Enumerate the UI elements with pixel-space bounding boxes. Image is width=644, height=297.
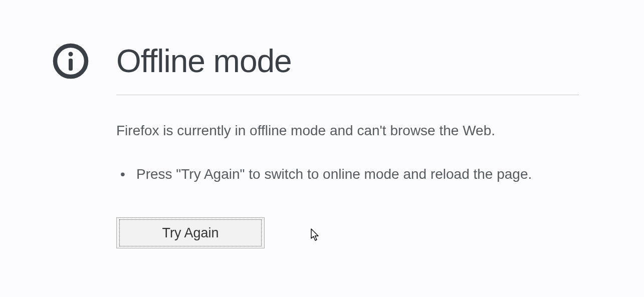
error-instructions: Press "Try Again" to switch to online mo… [116, 166, 579, 182]
error-title: Offline mode [116, 43, 292, 80]
error-page-container: Offline mode Firefox is currently in off… [53, 43, 579, 248]
svg-rect-2 [69, 59, 73, 71]
svg-point-1 [69, 52, 73, 57]
error-message: Firefox is currently in offline mode and… [116, 123, 579, 139]
error-header: Offline mode [53, 43, 579, 80]
error-body: Firefox is currently in offline mode and… [116, 95, 579, 248]
instruction-item: Press "Try Again" to switch to online mo… [116, 166, 579, 182]
divider [116, 95, 579, 95]
info-icon [53, 43, 89, 79]
try-again-button[interactable]: Try Again [116, 217, 265, 248]
